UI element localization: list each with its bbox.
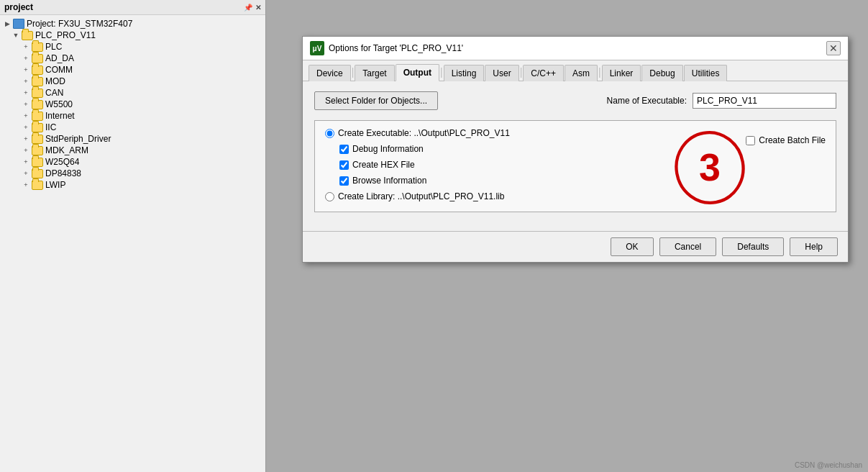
main-area: μV Options for Target 'PLC_PRO_V11' ✕ De… (266, 0, 868, 472)
tab-user[interactable]: User (485, 65, 518, 81)
defaults-button[interactable]: Defaults (722, 237, 784, 256)
debug-info-row: Debug Information (325, 144, 510, 154)
folder-icon (32, 112, 43, 121)
expand-icon: + (20, 181, 32, 189)
tree-item-stdperiph[interactable]: + StdPeriph_Driver (0, 133, 265, 145)
tree-label: IIC (45, 122, 56, 132)
tree-label: PLC (45, 42, 62, 52)
create-hex-label: Create HEX File (352, 160, 415, 170)
folder-icon (32, 65, 43, 75)
tree-item-internet[interactable]: + Internet (0, 110, 265, 122)
tree-item-lwip[interactable]: + LWIP (0, 179, 265, 191)
tab-sep: | (352, 63, 355, 81)
folder-icon (32, 54, 43, 63)
create-batch-row: Create Batch File (746, 135, 826, 145)
tab-listing[interactable]: Listing (444, 65, 485, 81)
dialog-title-text: Options for Target 'PLC_PRO_V11' (329, 43, 463, 53)
expand-icon: + (20, 112, 32, 119)
tab-output[interactable]: Output (396, 64, 439, 81)
dialog-close-button[interactable]: ✕ (826, 41, 841, 55)
tree-label: StdPeriph_Driver (45, 134, 111, 144)
tab-utilities[interactable]: Utilities (684, 65, 728, 81)
create-hex-row: Create HEX File (325, 160, 510, 170)
tab-asm[interactable]: Asm (565, 65, 598, 81)
dialog-title-left: μV Options for Target 'PLC_PRO_V11' (310, 41, 463, 55)
tree-label: PLC_PRO_V11 (35, 30, 96, 40)
uv-logo: μV (310, 41, 324, 55)
browse-info-label: Browse Information (352, 176, 426, 186)
titlebar-icons: 📌 ✕ (244, 4, 261, 12)
tree-label: COMM (45, 65, 73, 75)
tree-item-plc[interactable]: + PLC (0, 41, 265, 53)
tree-item-ad-da[interactable]: + AD_DA (0, 53, 265, 64)
folder-icon (32, 100, 43, 109)
project-panel-title: project (4, 2, 33, 12)
tree-item-comm[interactable]: + COMM (0, 64, 265, 76)
dialog-titlebar: μV Options for Target 'PLC_PRO_V11' ✕ (303, 37, 848, 60)
tree-item-can[interactable]: + CAN (0, 87, 265, 99)
debug-info-label: Debug Information (352, 144, 424, 154)
tree-item-dp84838[interactable]: + DP84838 (0, 168, 265, 179)
tree-label: W5500 (45, 99, 73, 109)
close-icon[interactable]: ✕ (255, 4, 261, 12)
tree-item-w5500[interactable]: + W5500 (0, 99, 265, 110)
create-lib-radio[interactable] (325, 192, 334, 201)
exec-name-label: Name of Executable: (607, 96, 687, 106)
create-batch-label: Create Batch File (759, 135, 826, 145)
browse-info-checkbox[interactable] (339, 176, 349, 186)
expand-icon: + (20, 78, 32, 85)
create-batch-checkbox[interactable] (746, 136, 755, 145)
tab-debug[interactable]: Debug (641, 65, 682, 81)
project-titlebar: project 📌 ✕ (0, 0, 265, 15)
create-lib-row: Create Library: ..\Output\PLC_PRO_V11.li… (325, 191, 510, 201)
expand-icon: + (20, 170, 32, 177)
expand-icon: ▶ (1, 20, 13, 27)
dialog-body: Select Folder for Objects... Name of Exe… (303, 81, 848, 231)
tree-item-plc-pro[interactable]: ▼ PLC_PRO_V11 (0, 30, 265, 41)
tab-device[interactable]: Device (309, 65, 351, 81)
create-hex-checkbox[interactable] (339, 160, 349, 170)
tree-label: W25Q64 (45, 157, 79, 167)
browse-info-row: Browse Information (325, 176, 510, 186)
expand-icon: + (20, 124, 32, 131)
folder-icon (22, 31, 33, 40)
folder-icon (32, 146, 43, 155)
tab-sep: | (440, 63, 443, 81)
options-left: Create Executable: ..\Output\PLC_PRO_V11… (325, 128, 510, 201)
tree-label: Project: FX3U_STM32F407 (27, 19, 132, 29)
exec-name-group: Name of Executable: (449, 93, 836, 109)
exec-row: Select Folder for Objects... Name of Exe… (314, 91, 836, 110)
project-panel: project 📌 ✕ ▶ Project: FX3U_STM32F407 ▼ … (0, 0, 266, 472)
options-row: Create Executable: ..\Output\PLC_PRO_V11… (325, 128, 826, 201)
watermark: CSDN @weichushan (795, 461, 862, 469)
folder-icon (32, 88, 43, 98)
select-folder-button[interactable]: Select Folder for Objects... (314, 91, 438, 110)
ok-button[interactable]: OK (611, 237, 654, 256)
create-exec-radio[interactable] (325, 129, 334, 138)
exec-name-input[interactable] (693, 93, 836, 109)
create-exec-row: Create Executable: ..\Output\PLC_PRO_V11 (325, 128, 510, 138)
folder-icon (32, 123, 43, 132)
tab-linker[interactable]: Linker (602, 65, 641, 81)
expand-icon: ▼ (10, 32, 22, 39)
tree-item-mdk-arm[interactable]: + MDK_ARM (0, 145, 265, 156)
tree-item-mod[interactable]: + MOD (0, 76, 265, 87)
tree-label: DP84838 (45, 168, 81, 178)
help-button[interactable]: Help (790, 237, 838, 256)
tree-item-iic[interactable]: + IIC (0, 122, 265, 133)
tab-target[interactable]: Target (355, 65, 394, 81)
expand-icon: + (20, 135, 32, 142)
expand-icon: + (20, 147, 32, 154)
tree-label: CAN (45, 88, 63, 98)
tab-cpp[interactable]: C/C++ (523, 65, 564, 81)
tree-label: MDK_ARM (45, 145, 88, 155)
expand-icon: + (20, 101, 32, 108)
debug-info-checkbox[interactable] (339, 145, 349, 154)
tree-item-root[interactable]: ▶ Project: FX3U_STM32F407 (0, 18, 265, 30)
cancel-button[interactable]: Cancel (659, 237, 716, 256)
pin-icon[interactable]: 📌 (244, 4, 252, 12)
output-group-box: Create Executable: ..\Output\PLC_PRO_V11… (314, 120, 836, 212)
tree-item-w25q64[interactable]: + W25Q64 (0, 156, 265, 168)
project-icon (13, 19, 24, 29)
options-right: Create Batch File (746, 128, 826, 145)
